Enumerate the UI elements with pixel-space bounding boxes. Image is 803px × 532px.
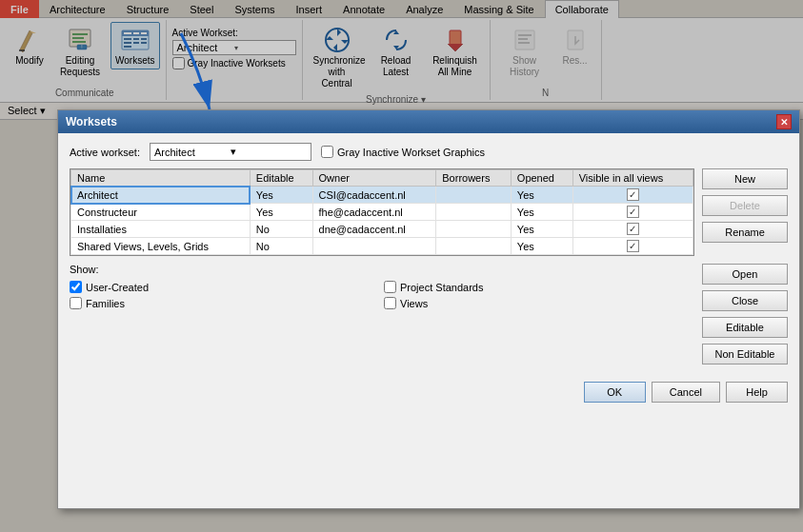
cell-editable: Yes	[250, 204, 312, 221]
dialog-workset-dropdown[interactable]: Architect ▾	[150, 143, 311, 161]
cell-visible[interactable]	[572, 238, 693, 255]
workset-table-container: Name Editable Owner Borrowers Opened Vis…	[70, 168, 694, 256]
table-row[interactable]: ArchitectYesCSI@cadaccent.nlYes	[71, 187, 693, 204]
table-row[interactable]: InstallatiesNodne@cadaccent.nlYes	[71, 221, 693, 238]
dialog-close-button[interactable]: ✕	[776, 114, 792, 129]
cell-editable: Yes	[250, 187, 312, 204]
cell-visible[interactable]	[572, 221, 693, 238]
dialog-body: Active workset: Architect ▾ Gray Inactiv…	[58, 133, 799, 374]
new-button[interactable]: New	[702, 168, 788, 189]
show-checkbox-user-created[interactable]: User-Created	[70, 281, 380, 293]
show-checkbox-views[interactable]: Views	[384, 297, 694, 309]
ok-button[interactable]: OK	[584, 382, 646, 403]
table-header-row: Name Editable Owner Borrowers Opened Vis…	[71, 170, 693, 187]
workset-table: Name Editable Owner Borrowers Opened Vis…	[70, 169, 693, 255]
cell-editable: No	[250, 221, 312, 238]
cell-borrowers	[436, 238, 512, 255]
col-name: Name	[71, 170, 251, 187]
cell-owner: dne@cadaccent.nl	[312, 221, 436, 238]
cell-owner	[312, 238, 436, 255]
show-checkbox-project-standards[interactable]: Project Standards	[384, 281, 694, 293]
dialog-main-content: Name Editable Owner Borrowers Opened Vis…	[70, 168, 788, 365]
cell-owner: fhe@cadaccent.nl	[312, 204, 436, 221]
gray-inactive-graphics-label: Gray Inactive Workset Graphics	[337, 147, 485, 158]
show-section-title: Show:	[70, 264, 694, 275]
show-checkboxes: User-CreatedProject StandardsFamiliesVie…	[70, 281, 694, 309]
cell-opened: Yes	[511, 238, 572, 255]
cell-borrowers	[436, 204, 512, 221]
dialog-title: Worksets	[66, 115, 117, 128]
table-area: Name Editable Owner Borrowers Opened Vis…	[70, 168, 694, 365]
cell-opened: Yes	[511, 187, 572, 204]
cell-opened: Yes	[511, 204, 572, 221]
cell-name: Installaties	[71, 221, 251, 238]
table-row[interactable]: ConstructeurYesfhe@cadaccent.nlYes	[71, 204, 693, 221]
cell-visible[interactable]	[572, 187, 693, 204]
dialog-overlay: Worksets ✕ Active workset: Architect ▾ G…	[0, 0, 803, 532]
show-checkbox-families[interactable]: Families	[70, 297, 380, 309]
col-editable: Editable	[250, 170, 312, 187]
table-row[interactable]: Shared Views, Levels, GridsNoYes	[71, 238, 693, 255]
non-editable-button[interactable]: Non Editable	[702, 344, 788, 365]
col-owner: Owner	[312, 170, 436, 187]
cell-editable: No	[250, 238, 312, 255]
open-button[interactable]: Open	[702, 264, 788, 285]
editable-button[interactable]: Editable	[702, 317, 788, 338]
close-button[interactable]: Close	[702, 290, 788, 311]
gray-inactive-graphics-row: Gray Inactive Workset Graphics	[321, 146, 485, 158]
rename-button[interactable]: Rename	[702, 222, 788, 243]
cell-name: Shared Views, Levels, Grids	[71, 238, 251, 255]
worksets-dialog: Worksets ✕ Active workset: Architect ▾ G…	[57, 109, 800, 509]
cell-visible[interactable]	[572, 204, 693, 221]
dialog-active-workset-label: Active workset:	[70, 147, 140, 158]
show-section: Show: User-CreatedProject StandardsFamil…	[70, 264, 694, 309]
col-opened: Opened	[511, 170, 572, 187]
dialog-side-buttons: NewDeleteRenameOpenCloseEditableNon Edit…	[702, 168, 788, 365]
cell-borrowers	[436, 221, 512, 238]
dialog-footer: OKCancelHelp	[58, 374, 799, 412]
col-visible: Visible in all views	[572, 170, 693, 187]
dialog-workset-value: Architect	[154, 147, 231, 158]
cell-name: Architect	[71, 187, 251, 204]
dialog-titlebar: Worksets ✕	[58, 110, 799, 133]
gray-inactive-graphics-checkbox[interactable]	[321, 146, 333, 158]
cell-opened: Yes	[511, 221, 572, 238]
cell-name: Constructeur	[71, 204, 251, 221]
dialog-active-workset-row: Active workset: Architect ▾ Gray Inactiv…	[70, 143, 788, 161]
cancel-button[interactable]: Cancel	[652, 382, 720, 403]
help-button[interactable]: Help	[726, 382, 788, 403]
delete-button[interactable]: Delete	[702, 195, 788, 216]
cell-owner: CSI@cadaccent.nl	[312, 187, 436, 204]
dialog-workset-arrow: ▾	[231, 146, 307, 158]
cell-borrowers	[436, 187, 512, 204]
col-borrowers: Borrowers	[436, 170, 512, 187]
